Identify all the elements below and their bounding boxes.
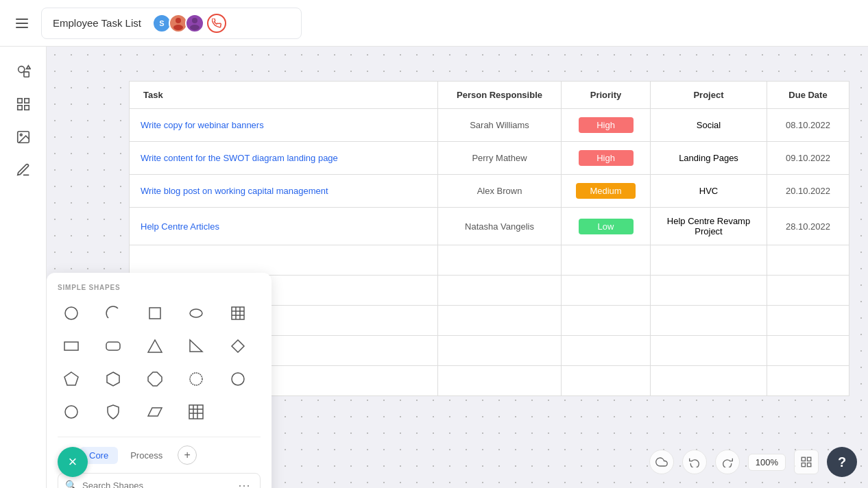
shape-diamond[interactable] bbox=[224, 332, 252, 360]
task-cell: Help Centre Articles bbox=[130, 208, 438, 245]
svg-point-32 bbox=[68, 408, 75, 415]
svg-rect-41 bbox=[801, 463, 805, 467]
table-row: Help Centre Articles Natasha Vangelis Lo… bbox=[130, 208, 849, 245]
sidebar-draw-button[interactable] bbox=[10, 156, 37, 184]
shape-table[interactable] bbox=[224, 300, 252, 327]
svg-rect-9 bbox=[17, 106, 21, 110]
project-cell: Social bbox=[651, 109, 767, 142]
svg-rect-16 bbox=[232, 307, 244, 319]
tab-process[interactable]: Process bbox=[121, 447, 172, 464]
shape-circle2[interactable] bbox=[224, 365, 252, 393]
svg-point-3 bbox=[190, 25, 200, 30]
person-cell: Alex Brown bbox=[438, 175, 562, 208]
redo-button[interactable] bbox=[715, 450, 740, 474]
sidebar-frame-button[interactable] bbox=[10, 90, 37, 118]
svg-rect-5 bbox=[23, 72, 28, 77]
shapes-grid bbox=[58, 300, 261, 426]
shape-circle[interactable] bbox=[58, 300, 85, 327]
shape-square[interactable] bbox=[141, 300, 169, 327]
priority-cell: Medium bbox=[562, 175, 651, 208]
add-close-float-button[interactable]: × bbox=[58, 447, 88, 477]
priority-badge: Medium bbox=[576, 183, 635, 199]
svg-point-0 bbox=[176, 18, 181, 23]
priority-badge: Low bbox=[579, 219, 634, 234]
sidebar-shapes-button[interactable] bbox=[10, 58, 37, 85]
svg-marker-28 bbox=[148, 372, 162, 386]
col-person: Person Responsible bbox=[438, 82, 562, 109]
shape-parallelogram[interactable] bbox=[141, 398, 169, 426]
shape-rounded-rect[interactable] bbox=[99, 332, 127, 360]
zoom-display: 100% bbox=[748, 454, 786, 471]
collaborator-avatars: S bbox=[152, 14, 226, 33]
svg-marker-33 bbox=[148, 408, 162, 416]
svg-marker-27 bbox=[107, 372, 119, 386]
svg-marker-6 bbox=[26, 66, 30, 69]
title-area: Employee Task List S bbox=[41, 8, 302, 39]
svg-rect-42 bbox=[808, 463, 811, 467]
priority-cell: High bbox=[562, 109, 651, 142]
priority-badge: High bbox=[579, 150, 634, 166]
svg-point-15 bbox=[190, 309, 202, 317]
search-more-button[interactable]: ⋯ bbox=[235, 478, 253, 488]
shape-arc[interactable] bbox=[99, 300, 127, 327]
left-sidebar bbox=[0, 47, 47, 488]
avatar-2 bbox=[185, 14, 204, 33]
shape-ellipse[interactable] bbox=[182, 300, 210, 327]
svg-marker-26 bbox=[64, 372, 78, 385]
shape-12gon[interactable] bbox=[182, 365, 210, 393]
shape-shield[interactable] bbox=[99, 398, 127, 426]
priority-cell: Low bbox=[562, 208, 651, 245]
shape-grid[interactable] bbox=[182, 398, 210, 426]
grid-button[interactable] bbox=[794, 450, 819, 474]
svg-rect-8 bbox=[24, 99, 28, 103]
search-shapes-input[interactable] bbox=[82, 480, 230, 489]
main-canvas[interactable]: Task Person Responsible Priority Project… bbox=[47, 47, 868, 488]
project-cell: Landing Pages bbox=[651, 142, 767, 175]
shapes-tabs: ★ Core Process + bbox=[58, 437, 261, 465]
svg-point-13 bbox=[65, 307, 77, 319]
undo-button[interactable] bbox=[682, 450, 707, 474]
shape-octagon[interactable] bbox=[141, 365, 169, 393]
svg-point-1 bbox=[173, 25, 183, 30]
header: Employee Task List S bbox=[0, 0, 868, 47]
shapes-search-bar[interactable]: 🔍 ⋯ bbox=[58, 473, 261, 488]
svg-point-29 bbox=[190, 373, 202, 385]
shape-hexagon[interactable] bbox=[99, 365, 127, 393]
shapes-section-title: SIMPLE SHAPES bbox=[58, 284, 261, 291]
shape-right-triangle[interactable] bbox=[182, 332, 210, 360]
table-row: Write blog post on working capital manag… bbox=[130, 175, 849, 208]
person-cell: Sarah Williams bbox=[438, 109, 562, 142]
svg-marker-24 bbox=[190, 340, 202, 352]
person-cell: Perry Mathew bbox=[438, 142, 562, 175]
date-cell: 20.10.2022 bbox=[767, 175, 849, 208]
help-button[interactable]: ? bbox=[827, 447, 857, 477]
col-project: Project bbox=[651, 82, 767, 109]
hamburger-button[interactable] bbox=[11, 12, 33, 34]
project-cell: Help Centre Revamp Project bbox=[651, 208, 767, 245]
project-cell: HVC bbox=[651, 175, 767, 208]
shape-donut[interactable] bbox=[58, 398, 85, 426]
bottom-bar: 100% ? bbox=[649, 447, 857, 477]
search-icon: 🔍 bbox=[65, 480, 77, 488]
svg-rect-22 bbox=[106, 342, 120, 350]
svg-point-2 bbox=[192, 18, 197, 23]
svg-rect-34 bbox=[189, 405, 203, 419]
task-cell: Write content for the SWOT diagram landi… bbox=[130, 142, 438, 175]
col-priority: Priority bbox=[562, 82, 651, 109]
cloud-button[interactable] bbox=[649, 450, 674, 474]
sidebar-image-button[interactable] bbox=[10, 123, 37, 151]
table-row: Write content for the SWOT diagram landi… bbox=[130, 142, 849, 175]
date-cell: 09.10.2022 bbox=[767, 142, 849, 175]
call-button[interactable] bbox=[207, 14, 226, 33]
svg-rect-14 bbox=[149, 308, 160, 319]
svg-rect-21 bbox=[64, 342, 78, 350]
priority-cell: High bbox=[562, 142, 651, 175]
shape-triangle[interactable] bbox=[141, 332, 169, 360]
svg-point-30 bbox=[232, 373, 244, 385]
tab-add-button[interactable]: + bbox=[178, 446, 197, 465]
shape-rect[interactable] bbox=[58, 332, 85, 360]
date-cell: 28.10.2022 bbox=[767, 208, 849, 245]
col-date: Due Date bbox=[767, 82, 849, 109]
table-row: Write copy for webinar banners Sarah Wil… bbox=[130, 109, 849, 142]
shape-pentagon[interactable] bbox=[58, 365, 85, 393]
